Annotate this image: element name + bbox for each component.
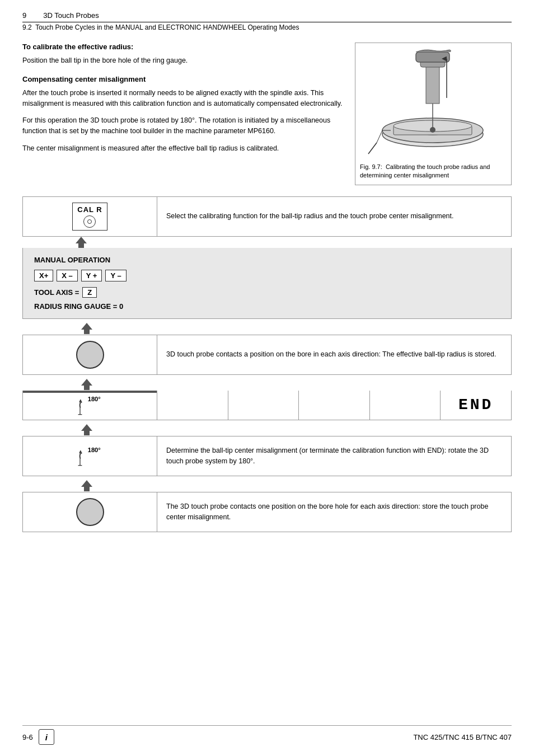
step4-text: Determine the ball-tip center misalignme… bbox=[157, 436, 511, 476]
step3-icon-cell: 180° bbox=[23, 391, 157, 420]
figure-box: Fig. 9.7: Calibrating the touch probe ra… bbox=[355, 43, 512, 185]
svg-marker-20 bbox=[79, 399, 82, 402]
end-cell-2 bbox=[228, 391, 299, 420]
step1-icon-cell: CAL R bbox=[23, 197, 157, 236]
step1-row: CAL R Select the calibrating function fo… bbox=[22, 196, 512, 237]
cal-circle bbox=[83, 215, 96, 228]
svg-rect-7 bbox=[416, 52, 449, 62]
end-cell-4 bbox=[370, 391, 441, 420]
end-cell-1 bbox=[157, 391, 228, 420]
step5-group: The 3D touch probe contacts one position… bbox=[22, 492, 512, 532]
figure-image bbox=[360, 48, 505, 159]
svg-point-9 bbox=[430, 127, 435, 133]
svg-text:180°: 180° bbox=[87, 395, 100, 402]
step4-row: 180° Determine the ball-tip center misal… bbox=[22, 436, 512, 476]
axis-xplus[interactable]: X+ bbox=[34, 270, 53, 281]
manual-op-title: MANUAL OPERATION bbox=[34, 256, 500, 264]
axis-yplus[interactable]: Y + bbox=[81, 270, 102, 281]
cal-circle-inner bbox=[87, 219, 92, 224]
svg-marker-26 bbox=[81, 480, 92, 491]
step2-row: 3D touch probe contacts a position on th… bbox=[22, 335, 512, 375]
compensating-para1: After the touch probe is inserted it nor… bbox=[22, 88, 344, 109]
chapter-title: 3D Touch Probes bbox=[43, 11, 99, 20]
top-line-bar bbox=[23, 391, 157, 393]
end-cell-3 bbox=[299, 391, 370, 420]
compensating-title: Compensating center misalignment bbox=[22, 75, 344, 83]
svg-line-13 bbox=[368, 143, 377, 154]
arrow3 bbox=[22, 378, 512, 391]
step3-row: 180° END bbox=[22, 391, 512, 420]
axis-xminus[interactable]: X – bbox=[57, 270, 78, 281]
footer-left: 9-6 i bbox=[22, 729, 54, 745]
cal-button[interactable]: CAL R bbox=[72, 203, 107, 231]
step5-row: The 3D touch probe contacts one position… bbox=[22, 492, 512, 532]
info-icon: i bbox=[39, 729, 54, 745]
figure-caption: Fig. 9.7: Calibrating the touch probe ra… bbox=[360, 163, 507, 180]
step2-group: 3D touch probe contacts a position on th… bbox=[22, 335, 512, 375]
svg-text:180°: 180° bbox=[87, 446, 100, 453]
step5-icon-cell bbox=[23, 492, 157, 532]
svg-marker-25 bbox=[79, 450, 82, 453]
svg-marker-14 bbox=[76, 237, 87, 248]
radius-ring-label: RADIUS RING GAUGE = 0 bbox=[34, 302, 500, 311]
arrow1 bbox=[22, 237, 512, 248]
step1-group: CAL R Select the calibrating function fo… bbox=[22, 196, 512, 319]
step5-text: The 3D touch probe contacts one position… bbox=[157, 492, 511, 532]
figure-column: Fig. 9.7: Calibrating the touch probe ra… bbox=[355, 43, 512, 185]
arrow4 bbox=[22, 424, 512, 436]
tool-axis-row: TOOL AXIS = Z bbox=[34, 287, 500, 298]
content-area: To calibrate the effective radius: Posit… bbox=[22, 43, 512, 185]
step3-group: 180° END bbox=[22, 391, 512, 420]
header-top: 9 3D Touch Probes bbox=[22, 11, 512, 22]
svg-marker-16 bbox=[81, 379, 92, 390]
rotation-icon: 180° bbox=[73, 394, 107, 416]
step2-icon-cell bbox=[23, 335, 157, 374]
section-title: Touch Probe Cycles in the MANUAL and ELE… bbox=[35, 24, 299, 31]
probe-circle-icon-2 bbox=[76, 498, 104, 526]
footer: 9-6 i TNC 425/TNC 415 B/TNC 407 bbox=[22, 725, 512, 745]
step4-group: 180° Determine the ball-tip center misal… bbox=[22, 436, 512, 476]
step1-text: Select the calibrating function for the … bbox=[157, 197, 511, 236]
svg-marker-15 bbox=[81, 323, 92, 334]
section-num: 9.2 bbox=[22, 24, 32, 31]
end-cell-5: END bbox=[441, 391, 511, 420]
calibrate-para1: Position the ball tip in the bore hole o… bbox=[22, 55, 344, 66]
footer-product: TNC 425/TNC 415 B/TNC 407 bbox=[413, 733, 512, 741]
page-number: 9-6 bbox=[22, 733, 33, 741]
svg-line-12 bbox=[377, 130, 382, 143]
tool-axis-value: Z bbox=[82, 287, 97, 298]
rotation-icon-2: 180° bbox=[73, 445, 107, 467]
probe-circle-icon bbox=[76, 341, 104, 369]
step2-text: 3D touch probe contacts a position on th… bbox=[157, 335, 511, 374]
end-label: END bbox=[441, 391, 511, 420]
axis-buttons-row: X+ X – Y + Y – bbox=[34, 270, 500, 281]
manual-op-block: MANUAL OPERATION X+ X – Y + Y – TOOL AXI… bbox=[22, 248, 512, 319]
axis-yminus[interactable]: Y – bbox=[105, 270, 126, 281]
arrow2 bbox=[22, 322, 512, 335]
tool-axis-label: TOOL AXIS = bbox=[34, 288, 79, 297]
arrow5 bbox=[22, 480, 512, 492]
compensating-para3: The center misalignment is measured afte… bbox=[22, 143, 344, 154]
cal-label: CAL R bbox=[77, 205, 102, 214]
calibrate-title: To calibrate the effective radius: bbox=[22, 43, 344, 51]
chapter-num: 9 bbox=[22, 11, 26, 20]
fig-number: Fig. 9.7: bbox=[360, 163, 382, 170]
text-column: To calibrate the effective radius: Posit… bbox=[22, 43, 344, 185]
section-header: 9.2 Touch Probe Cycles in the MANUAL and… bbox=[22, 24, 512, 31]
end-cells: END bbox=[157, 391, 511, 420]
compensating-para2: For this operation the 3D touch probe is… bbox=[22, 115, 344, 137]
svg-marker-21 bbox=[81, 424, 92, 435]
step4-icon-cell: 180° bbox=[23, 436, 157, 476]
